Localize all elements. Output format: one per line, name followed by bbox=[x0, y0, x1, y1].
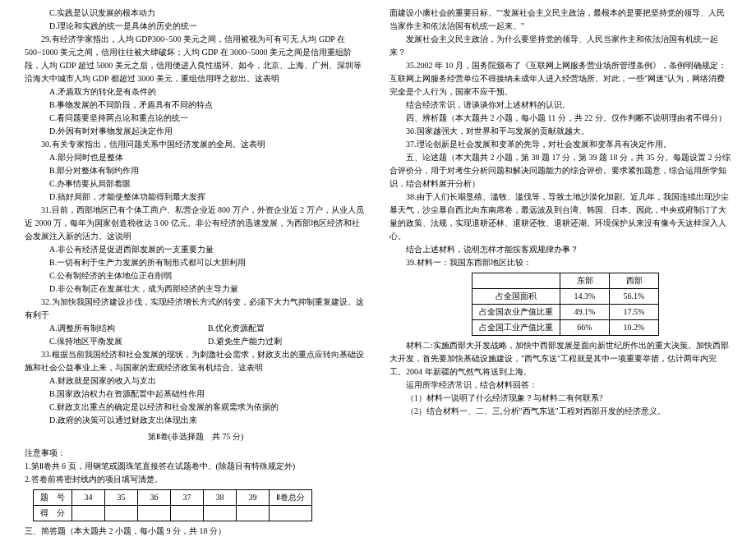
q34-cont: 面建设小康社会的重要目标。""发展社会主义民主政治，最根本的是要把坚持党的领导、… bbox=[390, 7, 731, 33]
q29-opt-b: B.事物发展的不同阶段，矛盾具有不同的特点 bbox=[25, 99, 366, 112]
q32-stem: 32.为加快我国经济建设步伐，实现经济增长方式的转变，必须下大力气抑制重复建设。… bbox=[25, 296, 366, 322]
score-blank bbox=[171, 506, 204, 521]
q39-task: 运用所学经济常识，结合材料回答： bbox=[390, 379, 731, 392]
cmp-r3-label: 占全国工业产值比重 bbox=[472, 320, 560, 336]
score-blank bbox=[138, 506, 171, 521]
q28-opt-d: D.理论和实践的统一是具体的历史的统一 bbox=[25, 20, 366, 33]
part4-heading: 四、辨析题（本大题共 2 小题，每小题 11 分，共 22 分。仅作判断不说明理… bbox=[390, 112, 731, 125]
cmp-west: 西部 bbox=[610, 273, 659, 289]
q31-opt-c: C.公有制经济的主体地位正在削弱 bbox=[25, 269, 366, 282]
score-col-total: Ⅱ卷总分 bbox=[270, 490, 312, 506]
score-th-num: 题 号 bbox=[34, 490, 72, 506]
q38-question: 结合上述材料，说明怎样才能按客观规律办事？ bbox=[390, 243, 731, 256]
score-blank bbox=[105, 506, 138, 521]
score-blank bbox=[72, 506, 105, 521]
material-2: 材料二:实施西部大开发战略，加快中西部发展是面向新世纪所作出的重大决策。加快西部… bbox=[390, 339, 731, 379]
q31-opt-d: D.非公有制正在发展壮大，成为西部经济的主导力量 bbox=[25, 282, 366, 296]
q31-stem: 31.目前，西部地区已有个体工商户、私营企业近 800 万户，外资企业近 2 万… bbox=[25, 204, 366, 243]
notice-2: 2.答卷前将密封线内的项目填写清楚。 bbox=[25, 473, 366, 486]
q33-opt-b: B.国家政治权力在资源配置中起基础性作用 bbox=[25, 388, 366, 401]
score-col-36: 36 bbox=[138, 490, 171, 506]
cmp-r2-label: 占全国农业产值比重 bbox=[472, 305, 560, 320]
q35-stem: 35.2002 年 10 月，国务院颁布了《互联网上网服务营业场所管理条例》，条… bbox=[390, 59, 731, 99]
score-th-score: 得 分 bbox=[34, 506, 72, 521]
score-blank bbox=[270, 506, 312, 521]
q31-opt-a: A.非公有经济是促进西部发展的一支重要力量 bbox=[25, 243, 366, 256]
cmp-east: 东部 bbox=[560, 273, 610, 289]
q35-question: 结合经济常识，请谈谈你对上述材料的认识。 bbox=[390, 99, 731, 112]
q34-question: 发展社会主义民主政治，为什么要坚持党的领导、人民当家作主和依法治国有机统一起来？ bbox=[390, 33, 731, 59]
cmp-r3-west: 10.2% bbox=[610, 320, 659, 336]
q36: 36.国家越强大，对世界和平与发展的贡献就越大。 bbox=[390, 125, 731, 138]
q29-opt-c: C.看问题要坚持两点论和重点论的统一 bbox=[25, 112, 366, 125]
score-col-34: 34 bbox=[72, 490, 105, 506]
q30-stem: 30.有关专家指出，信用问题关系中国经济发展的全局。这表明 bbox=[25, 138, 366, 151]
q31-opt-b: B.一切有利于生产力发展的所有制形式都可以大胆利用 bbox=[25, 256, 366, 269]
q29-stem: 29.有经济学家指出，人均 GDP300~500 美元之间，信用被视为可有可无 … bbox=[25, 33, 366, 85]
q30-opt-c: C.办事情要从局部着眼 bbox=[25, 177, 366, 190]
q30-opt-a: A.部分同时也是整体 bbox=[25, 151, 366, 164]
q32-opt-c: C.保持地区平衡发展 bbox=[49, 335, 208, 348]
score-blank bbox=[237, 506, 270, 521]
score-col-35: 35 bbox=[105, 490, 138, 506]
q39-sub1: （1）材料一说明了什么经济现象？与材料二有何联系? bbox=[390, 392, 731, 405]
notice-1: 1.第Ⅱ卷共 6 页，用钢笔或圆珠笔直接答在试题卷中。(除题目有特殊规定外) bbox=[25, 460, 366, 473]
q33-opt-c: C.财政支出重点的确定是以经济和社会发展的客观需求为依据的 bbox=[25, 401, 366, 414]
q29-opt-a: A.矛盾双方的转化是有条件的 bbox=[25, 85, 366, 99]
q28-opt-c: C.实践是认识发展的根本动力 bbox=[25, 7, 366, 20]
cmp-r2-east: 49.1% bbox=[560, 305, 610, 320]
cmp-r1-east: 14.3% bbox=[560, 289, 610, 305]
q38-stem: 38.由于人们长期垦殖、滥牧、滥伐等，导致土地沙漠化加剧。近几年，我国连续出现沙… bbox=[390, 190, 731, 243]
cmp-blank bbox=[472, 273, 560, 289]
q33-stem: 33.根据当前我国经济和社会发展的现状，为刺激社会需求，财政支出的重点应转向基础… bbox=[25, 348, 366, 374]
q39-sub2: （2）结合材料一、二、三,分析"西气东送"工程对西部开发的经济意义。 bbox=[390, 405, 731, 418]
q30-opt-d: D.搞好局部，才能使整体功能得到最大发挥 bbox=[25, 190, 366, 204]
compare-table: 东部 西部 占全国面积 14.3% 56.1% 占全国农业产值比重 49.1% … bbox=[472, 273, 659, 336]
cmp-r1-west: 56.1% bbox=[610, 289, 659, 305]
q30-opt-b: B.部分对整体有制约作用 bbox=[25, 164, 366, 177]
score-blank bbox=[204, 506, 237, 521]
q39-stem: 39.材料一：我国东西部地区比较： bbox=[390, 256, 731, 269]
q32-opt-d: D.避免生产能力过剩 bbox=[208, 335, 366, 348]
score-col-37: 37 bbox=[171, 490, 204, 506]
part3-heading: 三、简答题（本大题共 2 小题，每小题 9 分，共 18 分） bbox=[25, 525, 366, 537]
q32-opt-b: B.优化资源配置 bbox=[208, 322, 366, 335]
q33-opt-d: D.政府的决策可以通过财政支出体现出来 bbox=[25, 414, 366, 427]
score-col-39: 39 bbox=[237, 490, 270, 506]
q37: 37.理论创新是社会发展和变革的先导，对社会发展和变革具有决定作用。 bbox=[390, 138, 731, 151]
q32-opt-a: A.调整所有制结构 bbox=[49, 322, 208, 335]
part5-heading: 五、论述题（本大题共 2 小题，第 38 题 17 分，第 39 题 18 分，… bbox=[390, 151, 731, 190]
score-table: 题 号 34 35 36 37 38 39 Ⅱ卷总分 得 分 bbox=[33, 489, 312, 521]
section2-title: 第Ⅱ卷(非选择题 共 75 分) bbox=[25, 430, 366, 443]
score-col-38: 38 bbox=[204, 490, 237, 506]
cmp-r2-west: 17.5% bbox=[610, 305, 659, 320]
q32-opts-cd: C.保持地区平衡发展 D.避免生产能力过剩 bbox=[25, 335, 366, 348]
q33-opt-a: A.财政就是国家的收入与支出 bbox=[25, 374, 366, 388]
q32-opts-ab: A.调整所有制结构 B.优化资源配置 bbox=[25, 322, 366, 335]
q29-opt-d: D.外因有时对事物发展起决定作用 bbox=[25, 125, 366, 138]
cmp-r1-label: 占全国面积 bbox=[472, 289, 560, 305]
notice-label: 注意事项： bbox=[25, 447, 366, 460]
cmp-r3-east: 66% bbox=[560, 320, 610, 336]
